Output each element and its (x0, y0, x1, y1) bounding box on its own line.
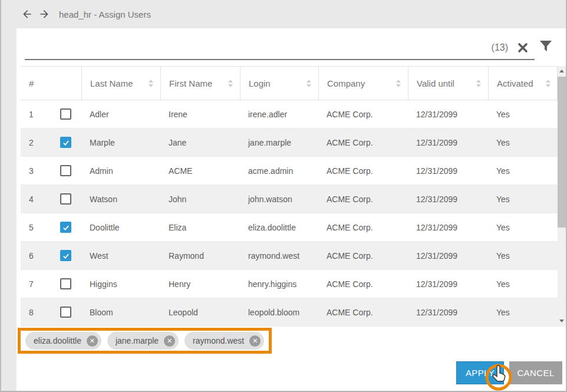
column-label: Last Name (90, 78, 133, 88)
cell-activated: Yes (488, 100, 558, 128)
cell-valid_until: 12/31/2099 (408, 129, 488, 156)
sort-icon[interactable] (476, 80, 481, 87)
column-label: Company (327, 78, 365, 88)
scrollbar-thumb[interactable] (558, 77, 566, 228)
sort-icon[interactable] (396, 80, 401, 87)
table-header: #Last NameFirst NameLoginCompanyValid un… (21, 66, 558, 100)
cell-last_name: Doolittle (81, 213, 160, 241)
row-checkbox-checked[interactable] (60, 222, 71, 233)
dialog-header: head_hr - Assign Users (1, 0, 566, 28)
cell-valid_until: 12/31/2099 (408, 185, 488, 213)
users-table: #Last NameFirst NameLoginCompanyValid un… (21, 66, 566, 327)
sort-icon[interactable] (228, 80, 233, 87)
row-number: 6 (29, 251, 60, 261)
cell-first_name: Irene (160, 100, 240, 128)
cell-last_name: West (81, 242, 160, 269)
cell-login: raymond.west (240, 242, 318, 269)
scroll-up-icon[interactable] (558, 66, 566, 75)
user-filter-input[interactable] (26, 38, 483, 57)
row-checkbox-unchecked[interactable] (60, 278, 71, 289)
column-header-login[interactable]: Login (240, 67, 318, 100)
cell-first_name: John (160, 185, 240, 213)
scroll-down-icon[interactable] (558, 316, 566, 325)
clear-filter-icon[interactable] (517, 42, 529, 54)
cell-valid_until: 12/31/2099 (408, 270, 488, 298)
selected-user-chip: jane.marple✕ (107, 332, 179, 350)
column-header-last_name[interactable]: Last Name (81, 67, 160, 100)
row-checkbox-unchecked[interactable] (60, 108, 71, 120)
row-checkbox-unchecked[interactable] (60, 193, 71, 205)
chip-remove-icon[interactable]: ✕ (87, 335, 98, 347)
chip-label: jane.marple (116, 336, 159, 345)
cell-login: john.watson (240, 185, 318, 213)
assign-users-dialog: head_hr - Assign Users (13) #Last NameFi… (0, 0, 567, 392)
cell-num: 2 (21, 129, 81, 156)
vertical-scrollbar[interactable] (558, 66, 566, 327)
dialog-body: (13) #Last NameFirst NameLoginCompanyVal… (17, 28, 566, 391)
cell-valid_until: 12/31/2099 (408, 213, 488, 241)
cell-company: ACME Corp. (318, 129, 408, 156)
column-header-num: # (21, 67, 81, 100)
cell-activated: Yes (488, 129, 558, 156)
row-checkbox-unchecked[interactable] (60, 307, 71, 318)
cell-company: ACME Corp. (318, 100, 408, 128)
filter-icon[interactable] (539, 39, 553, 53)
cell-num: 5 (21, 213, 81, 241)
column-label: First Name (169, 78, 212, 88)
chip-remove-icon[interactable]: ✕ (249, 335, 261, 347)
cell-company: ACME Corp. (318, 298, 408, 326)
column-header-activated[interactable]: Activated (488, 67, 558, 100)
row-checkbox-unchecked[interactable] (60, 165, 71, 176)
cell-first_name: Raymond (160, 242, 240, 269)
cancel-button[interactable]: CANCEL (509, 361, 562, 384)
cell-login: leopold.bloom (240, 298, 318, 326)
table-row: 1AdlerIreneirene.adlerACME Corp.12/31/20… (21, 100, 558, 129)
cell-activated: Yes (488, 185, 558, 213)
cell-login: acme.admin (240, 157, 318, 185)
back-icon[interactable] (21, 8, 33, 20)
cell-company: ACME Corp. (318, 213, 408, 241)
cell-last_name: Watson (81, 185, 160, 213)
column-header-valid_until[interactable]: Valid until (408, 67, 488, 100)
cell-valid_until: 12/31/2099 (408, 100, 488, 128)
row-number: 3 (29, 166, 60, 176)
selected-users-highlight: eliza.doolittle✕jane.marple✕raymond.west… (18, 328, 272, 354)
cell-login: henry.higgins (240, 270, 318, 298)
column-header-first_name[interactable]: First Name (160, 67, 240, 100)
column-label: Valid until (417, 78, 454, 88)
cell-num: 8 (21, 298, 81, 326)
cell-last_name: Adler (81, 100, 160, 128)
table-row: 8BloomLeopoldleopold.bloomACME Corp.12/3… (21, 298, 558, 327)
cell-num: 6 (21, 242, 81, 269)
dialog-title: head_hr - Assign Users (59, 9, 151, 19)
forward-icon[interactable] (38, 8, 50, 20)
cell-last_name: Bloom (81, 298, 160, 326)
cell-activated: Yes (488, 242, 558, 269)
chip-label: raymond.west (193, 336, 244, 345)
sort-icon[interactable] (546, 80, 550, 87)
cell-num: 7 (21, 270, 81, 298)
row-number: 4 (29, 195, 60, 204)
row-checkbox-checked[interactable] (60, 137, 71, 148)
cell-num: 3 (21, 157, 81, 185)
result-count: (13) (492, 42, 508, 53)
cell-activated: Yes (488, 213, 558, 241)
cell-valid_until: 12/31/2099 (408, 298, 488, 326)
selected-user-chip: eliza.doolittle✕ (25, 332, 101, 350)
cell-company: ACME Corp. (318, 270, 408, 298)
column-header-company[interactable]: Company (318, 67, 408, 100)
cell-company: ACME Corp. (318, 185, 408, 213)
table-row: 4WatsonJohnjohn.watsonACME Corp.12/31/20… (21, 185, 558, 213)
cell-last_name: Admin (81, 157, 160, 185)
row-checkbox-checked[interactable] (60, 250, 71, 261)
sort-icon[interactable] (149, 80, 153, 87)
apply-button[interactable]: APPLY (456, 361, 504, 384)
cell-company: ACME Corp. (318, 157, 408, 185)
cell-last_name: Higgins (81, 270, 160, 298)
chip-remove-icon[interactable]: ✕ (164, 335, 175, 347)
row-number: 8 (29, 308, 60, 317)
column-label: Activated (497, 78, 533, 88)
table-row: 3AdminACMEacme.adminACME Corp.12/31/2099… (21, 157, 558, 185)
table-row: 5DoolittleElizaeliza.doolittleACME Corp.… (21, 213, 558, 242)
sort-icon[interactable] (306, 80, 311, 87)
